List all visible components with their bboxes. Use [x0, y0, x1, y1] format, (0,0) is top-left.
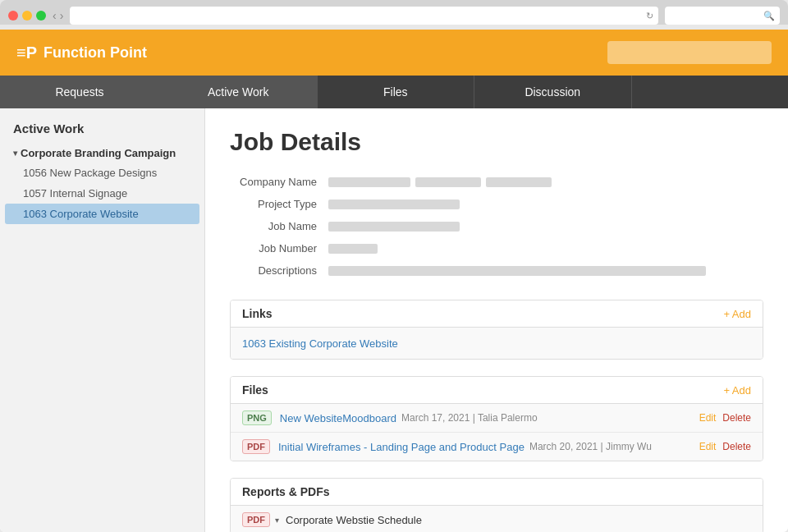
- file-badge-png: PNG: [242, 410, 272, 425]
- company-name-bar1: [328, 177, 410, 187]
- company-name-bar2: [415, 177, 481, 187]
- files-section: Files + Add PNG New WebsiteMoodboard Mar…: [230, 376, 763, 461]
- descriptions-value: [328, 264, 763, 277]
- reports-section-title: Reports & PDFs: [242, 485, 330, 498]
- files-section-header: Files + Add: [231, 377, 763, 404]
- sidebar-group-arrow-icon: ▾: [13, 149, 17, 158]
- report-badge-0: PDF: [242, 512, 270, 527]
- job-name-label: Job Name: [230, 220, 328, 232]
- nav-arrows: ‹ ›: [53, 9, 63, 22]
- main-content: Active Work ▾ Corporate Branding Campaig…: [0, 108, 788, 532]
- files-section-title: Files: [242, 383, 268, 397]
- descriptions-label: Descriptions: [230, 264, 328, 277]
- forward-arrow-icon[interactable]: ›: [60, 9, 64, 22]
- content-panel: Job Details Company Name Project Type Jo…: [205, 108, 788, 532]
- back-arrow-icon[interactable]: ‹: [53, 9, 57, 22]
- file-actions-0: Edit Delete: [699, 412, 751, 424]
- file-meta-1: March 20, 2021 | Jimmy Wu: [529, 441, 652, 452]
- files-add-button[interactable]: + Add: [723, 384, 751, 397]
- file-delete-0[interactable]: Delete: [722, 412, 751, 424]
- reports-section-header: Reports & PDFs: [231, 479, 763, 506]
- project-type-value: [328, 198, 763, 210]
- report-row-0: PDF ▾ Corporate Webstie Schedule: [231, 506, 763, 532]
- tab-files[interactable]: Files: [318, 76, 475, 108]
- maximize-button[interactable]: [36, 11, 46, 21]
- search-icon: 🔍: [763, 11, 775, 21]
- job-number-label: Job Number: [230, 242, 328, 255]
- links-section: Links + Add 1063 Existing Corporate Webs…: [230, 300, 763, 360]
- page-title: Job Details: [230, 128, 763, 156]
- file-name-0[interactable]: New WebsiteMoodboard: [280, 412, 396, 424]
- report-name-0: Corporate Webstie Schedule: [286, 514, 422, 526]
- logo-icon: ≡P: [16, 44, 37, 62]
- browser-chrome: ‹ › ↻ 🔍: [0, 0, 788, 25]
- address-bar[interactable]: ↻: [70, 7, 658, 25]
- app-logo: ≡P Function Point: [16, 44, 147, 62]
- tab-discussion[interactable]: Discussion: [474, 76, 632, 108]
- job-number-bar: [328, 244, 378, 254]
- minimize-button[interactable]: [22, 11, 32, 21]
- sidebar-item-1057[interactable]: 1057 Internal Signage: [0, 183, 204, 204]
- file-meta-0: March 17, 2021 | Talia Palermo: [401, 412, 538, 424]
- file-name-1[interactable]: Initial Wireframes - Landing Page and Pr…: [278, 441, 525, 453]
- link-item-0[interactable]: 1063 Existing Corporate Website: [242, 337, 398, 350]
- file-badge-pdf: PDF: [242, 439, 270, 454]
- company-name-bar3: [486, 177, 552, 187]
- tab-requests[interactable]: Requests: [0, 76, 160, 108]
- app-container: ≡P Function Point Requests Active Work F…: [0, 30, 788, 532]
- file-edit-1[interactable]: Edit: [699, 441, 717, 452]
- refresh-icon[interactable]: ↻: [646, 11, 653, 21]
- sidebar: Active Work ▾ Corporate Branding Campaig…: [0, 108, 205, 532]
- file-actions-1: Edit Delete: [699, 441, 751, 452]
- company-name-label: Company Name: [230, 176, 328, 188]
- tab-bar: Requests Active Work Files Discussion: [0, 76, 788, 108]
- sidebar-item-1056[interactable]: 1056 New Package Designs: [0, 163, 204, 183]
- links-section-body: 1063 Existing Corporate Website: [231, 328, 763, 359]
- links-add-button[interactable]: + Add: [723, 308, 751, 320]
- browser-search-bar[interactable]: 🔍: [665, 7, 780, 25]
- file-edit-0[interactable]: Edit: [699, 412, 717, 424]
- job-name-value: [328, 220, 763, 232]
- project-type-label: Project Type: [230, 198, 328, 210]
- tab-extra[interactable]: [632, 76, 789, 108]
- tab-active-work[interactable]: Active Work: [160, 76, 318, 108]
- report-arrow-icon[interactable]: ▾: [275, 516, 279, 525]
- company-name-value: [328, 176, 763, 188]
- job-name-bar: [328, 222, 460, 232]
- header-search-bar[interactable]: [607, 41, 772, 64]
- app-header: ≡P Function Point: [0, 30, 788, 76]
- reports-section: Reports & PDFs PDF ▾ Corporate Webstie S…: [230, 478, 763, 532]
- close-button[interactable]: [8, 11, 18, 21]
- descriptions-bar: [328, 266, 706, 276]
- job-details-grid: Company Name Project Type Job Name Job N: [230, 176, 763, 277]
- traffic-lights: [8, 11, 46, 21]
- file-delete-1[interactable]: Delete: [722, 441, 751, 452]
- file-row-1: PDF Initial Wireframes - Landing Page an…: [231, 433, 763, 461]
- links-section-title: Links: [242, 307, 273, 320]
- sidebar-group-label[interactable]: ▾ Corporate Branding Campaign: [0, 144, 204, 163]
- sidebar-item-1063[interactable]: 1063 Corporate Website: [5, 204, 199, 224]
- links-section-header: Links + Add: [231, 300, 763, 328]
- sidebar-group-name: Corporate Branding Campaign: [21, 147, 176, 159]
- file-row-0: PNG New WebsiteMoodboard March 17, 2021 …: [231, 404, 763, 433]
- sidebar-section-title: Active Work: [0, 122, 204, 144]
- project-type-bar: [328, 200, 460, 209]
- job-number-value: [328, 242, 763, 255]
- app-name: Function Point: [44, 44, 147, 62]
